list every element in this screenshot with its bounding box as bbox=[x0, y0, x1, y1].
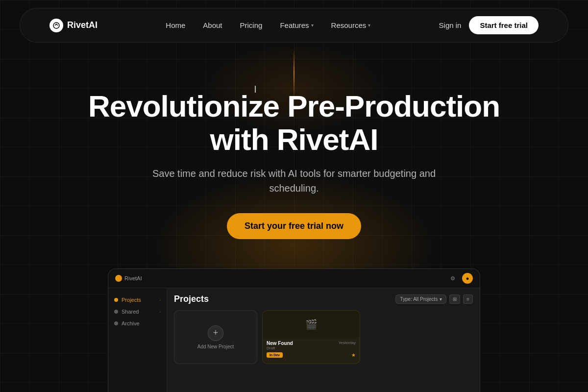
resources-chevron-icon: ▾ bbox=[368, 23, 370, 28]
app-titlebar: RivetAI ⚙ ● bbox=[108, 269, 480, 288]
settings-icon[interactable]: ⚙ bbox=[447, 273, 458, 284]
svg-point-0 bbox=[53, 23, 59, 28]
add-project-card[interactable]: + Add New Project bbox=[174, 310, 257, 364]
nav-about[interactable]: About bbox=[196, 18, 229, 32]
titlebar-icons: ⚙ ● bbox=[447, 273, 473, 284]
sidebar-archive[interactable]: Archive bbox=[108, 318, 167, 329]
add-project-icon: + bbox=[208, 325, 223, 341]
sidebar-dot-archive bbox=[114, 321, 118, 325]
app-body: Projects ‹ Shared › Archive Projects bbox=[108, 288, 480, 392]
hero-subtitle: Save time and reduce risk with AI tools … bbox=[127, 166, 461, 196]
signin-button[interactable]: Sign in bbox=[439, 21, 462, 29]
app-main-controls: Type: All Projects ▾ ⊞ ≡ bbox=[395, 294, 473, 304]
list-view-button[interactable]: ≡ bbox=[463, 294, 473, 304]
hero-title: Revolutionize Pre-Production with RivetA… bbox=[74, 90, 514, 156]
projects-grid: + Add New Project 🎬 New Found Yesterday bbox=[174, 310, 473, 364]
project-date: Yesterday bbox=[339, 341, 356, 345]
navbar: RivetAI Home About Pricing Features ▾ Re… bbox=[20, 8, 568, 43]
grid-view-button[interactable]: ⊞ bbox=[449, 294, 460, 304]
app-main: Projects Type: All Projects ▾ ⊞ ≡ + bbox=[167, 288, 480, 392]
sidebar-chevron-icon: ‹ bbox=[159, 298, 161, 302]
type-filter[interactable]: Type: All Projects ▾ bbox=[395, 294, 446, 304]
app-main-header: Projects Type: All Projects ▾ ⊞ ≡ bbox=[174, 294, 473, 304]
hero-cta-button[interactable]: Start your free trial now bbox=[227, 213, 361, 239]
app-brand-name: RivetAI bbox=[124, 275, 142, 281]
add-project-label: Add New Project bbox=[197, 344, 234, 349]
brand-logo[interactable]: RivetAI bbox=[49, 19, 98, 32]
nav-features[interactable]: Features ▾ bbox=[273, 18, 320, 32]
logo-icon bbox=[49, 19, 63, 32]
project-tag: In Dev bbox=[267, 352, 283, 358]
start-trial-button[interactable]: Start free trial bbox=[469, 16, 539, 34]
project-card-info: New Found Yesterday Draft In Dev ★ bbox=[263, 338, 360, 361]
project-name: New Found bbox=[267, 341, 293, 346]
app-logo-small: RivetAI bbox=[115, 275, 142, 282]
type-filter-label: Type: All Projects bbox=[400, 296, 438, 302]
hero-section: Revolutionize Pre-Production with RivetA… bbox=[0, 50, 588, 259]
project-tags: In Dev ★ bbox=[267, 352, 356, 358]
sidebar-shared-label: Shared bbox=[122, 309, 139, 315]
project-bookmark-icon: ★ bbox=[351, 352, 356, 358]
app-preview: RivetAI ⚙ ● Projects ‹ Shared › bbox=[108, 269, 480, 392]
project-card-header: New Found Yesterday bbox=[267, 341, 356, 346]
sidebar-archive-label: Archive bbox=[122, 320, 140, 326]
app-logo-dot bbox=[115, 275, 122, 282]
sidebar-projects[interactable]: Projects ‹ bbox=[108, 294, 167, 306]
project-sub: Draft bbox=[267, 346, 356, 350]
type-filter-chevron: ▾ bbox=[440, 296, 442, 302]
nav-resources[interactable]: Resources ▾ bbox=[324, 18, 378, 32]
app-sidebar: Projects ‹ Shared › Archive bbox=[108, 288, 167, 392]
nav-home[interactable]: Home bbox=[159, 18, 192, 32]
sidebar-projects-label: Projects bbox=[122, 297, 141, 303]
features-chevron-icon: ▾ bbox=[311, 23, 314, 28]
sidebar-shared[interactable]: Shared › bbox=[108, 306, 167, 318]
sidebar-dot-projects bbox=[114, 298, 118, 302]
nav-links: Home About Pricing Features ▾ Resources … bbox=[159, 18, 377, 32]
sidebar-dot-shared bbox=[114, 310, 118, 314]
user-icon[interactable]: ● bbox=[462, 273, 473, 284]
nav-pricing[interactable]: Pricing bbox=[233, 18, 270, 32]
app-main-title: Projects bbox=[174, 294, 209, 304]
project-card-thumbnail: 🎬 bbox=[263, 311, 360, 338]
nav-actions: Sign in Start free trial bbox=[439, 16, 539, 34]
film-icon: 🎬 bbox=[305, 318, 318, 330]
project-card[interactable]: 🎬 New Found Yesterday Draft In Dev ★ bbox=[262, 310, 360, 364]
brand-name: RivetAI bbox=[67, 20, 98, 30]
sidebar-shared-chevron: › bbox=[159, 310, 161, 314]
